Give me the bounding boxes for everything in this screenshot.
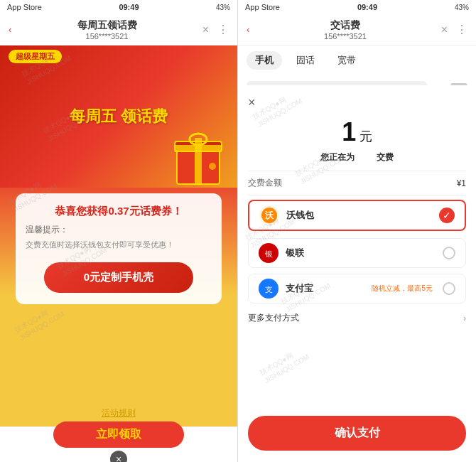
time-left: 09:49 — [119, 3, 139, 11]
gift-icon — [166, 124, 230, 188]
activity-rules-label[interactable]: 活动规则 — [102, 408, 136, 418]
unionpay-icon: 银 — [259, 243, 278, 263]
payment-amount: 1 元 — [238, 110, 476, 151]
left-panel: App Store 09:49 43% ‹ 每周五领话费 156****3521… — [0, 0, 238, 462]
confirm-pay-button[interactable]: 确认支付 — [248, 416, 466, 451]
payment-close-button[interactable]: × — [248, 95, 256, 110]
payment-for: 您正在为 交费 — [238, 151, 476, 163]
app-store-label-right: App Store — [245, 3, 280, 11]
card-title: 恭喜您获得0.37元话费券！ — [26, 205, 212, 218]
woquanbao-label: 沃钱包 — [286, 209, 432, 222]
payment-method-unionpay[interactable]: 银 银联 — [248, 238, 466, 268]
fee-row: 交费金额 ¥1 — [238, 171, 476, 195]
battery-right: 43% — [455, 4, 469, 11]
tabs-row: 手机 固话 宽带 — [238, 45, 476, 75]
svg-point-5 — [209, 163, 216, 170]
payment-header: × — [238, 85, 476, 110]
status-bar-right: App Store 09:49 43% — [238, 0, 476, 14]
for-name — [357, 152, 374, 162]
nav-bar-left: ‹ 每周五领话费 156****3521 × ⋮ — [0, 14, 237, 45]
amount-unit: 元 — [359, 129, 372, 144]
svg-text:沃: 沃 — [265, 210, 274, 220]
alipay-discount: 随机立减，最高5元 — [372, 284, 433, 294]
more-button-left[interactable]: ⋮ — [217, 23, 229, 36]
for-prefix: 您正在为 — [320, 152, 355, 162]
time-right: 09:49 — [357, 3, 377, 11]
nav-main-title-right: 交话费 — [249, 19, 440, 32]
nav-sub-title-left: 156****3521 — [11, 32, 202, 41]
svg-text:支: 支 — [265, 285, 273, 294]
battery-left: 43% — [216, 4, 230, 11]
card-tip-content: 交费充值时选择沃钱包支付即可享受优惠！ — [26, 239, 212, 251]
more-methods-label: 更多支付方式 — [248, 312, 299, 324]
payment-method-woquanbao[interactable]: 沃 沃钱包 ✓ — [248, 200, 466, 231]
divider-2 — [248, 195, 466, 195]
tab-phone[interactable]: 手机 — [247, 51, 282, 70]
tab-landline[interactable]: 固话 — [288, 51, 323, 70]
tab-broadband[interactable]: 宽带 — [329, 51, 364, 70]
card-tip-title: 温馨提示： — [26, 224, 212, 236]
customize-button[interactable]: 0元定制手机壳 — [44, 262, 193, 293]
card-container: 恭喜您获得0.37元话费券！ 温馨提示： 交费充值时选择沃钱包支付即可享受优惠！… — [0, 188, 237, 340]
woquanbao-selected-icon: ✓ — [439, 208, 455, 223]
close-button-left[interactable]: × — [202, 23, 209, 36]
nav-title-right: 交话费 156****3521 — [249, 19, 440, 41]
for-suffix: 交费 — [377, 152, 394, 162]
banner: 超级星期五 每周五 领话费 — [0, 45, 237, 188]
unionpay-radio — [443, 247, 455, 259]
nav-main-title-left: 每周五领话费 — [11, 19, 202, 32]
activity-rules[interactable]: 活动规则 — [0, 406, 237, 419]
banner-title: 每周五 领话费 — [70, 107, 168, 127]
woquanbao-icon: 沃 — [259, 205, 279, 225]
payment-overlay: × 1 元 您正在为 交费 交费金额 ¥1 沃 — [238, 85, 476, 462]
left-content: 超级星期五 每周五 领话费 恭喜您获得0.37元话费券！ 温馨提示： 交费充值时… — [0, 45, 237, 462]
bottom-bar-left: 立即领取 × — [0, 426, 237, 462]
alipay-label: 支付宝 — [286, 282, 360, 295]
banner-tag: 超级星期五 — [9, 50, 62, 63]
more-methods[interactable]: 更多支付方式 › — [238, 306, 476, 330]
svg-text:银: 银 — [264, 249, 273, 258]
alipay-radio — [443, 282, 455, 295]
fee-amount: ¥1 — [457, 178, 466, 188]
more-arrow-icon: › — [463, 313, 466, 323]
nav-title-left: 每周五领话费 156****3521 — [11, 19, 202, 41]
close-button-right[interactable]: × — [441, 23, 448, 36]
fee-label: 交费金额 — [248, 177, 282, 189]
nav-bar-right: ‹ 交话费 156****3521 × ⋮ — [238, 14, 476, 45]
nav-sub-title-right: 156****3521 — [249, 32, 440, 41]
status-bar-left: App Store 09:49 43% — [0, 0, 237, 14]
unionpay-label: 银联 — [286, 247, 436, 259]
app-store-label-left: App Store — [7, 3, 42, 11]
payment-method-alipay[interactable]: 支 支付宝 随机立减，最高5元 — [248, 274, 466, 303]
claim-button[interactable]: 立即领取 — [53, 421, 184, 448]
reward-card: 恭喜您获得0.37元话费券！ 温馨提示： 交费充值时选择沃钱包支付即可享受优惠！… — [16, 193, 222, 304]
right-panel: App Store 09:49 43% ‹ 交话费 156****3521 × … — [238, 0, 476, 462]
more-button-right[interactable]: ⋮ — [456, 23, 467, 36]
close-icon-bottom-left[interactable]: × — [110, 451, 127, 462]
alipay-icon: 支 — [259, 279, 278, 299]
amount-value: 1 — [342, 117, 356, 146]
